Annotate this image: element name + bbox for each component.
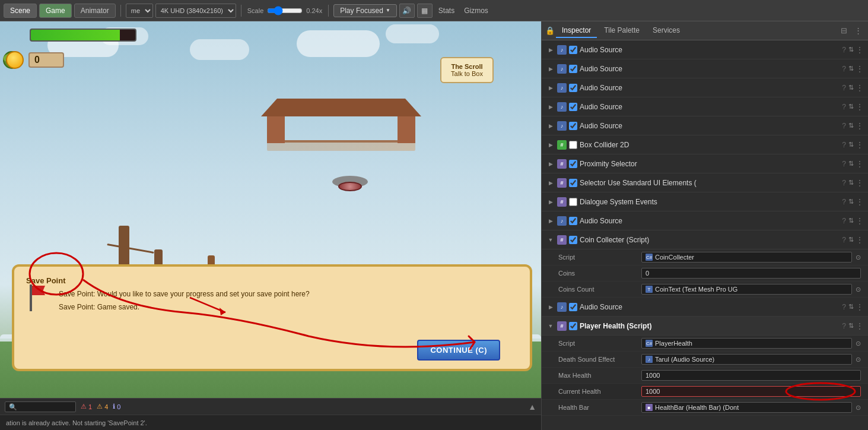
expand-audio2[interactable]: ▶ (546, 65, 555, 73)
ph-script-link[interactable]: C# PlayerHealth (641, 338, 852, 349)
proximity-adjust[interactable]: ⇅ (848, 160, 854, 167)
checkbox-proximity[interactable] (569, 160, 577, 168)
component-coin-collecter[interactable]: ▼ # Coin Collecter (Script) ? ⇅ ⋮ (542, 230, 868, 249)
tab-inspector[interactable]: Inspector (556, 24, 597, 38)
coins-count-link[interactable]: T CoinText (Text Mesh Pro UG (641, 284, 852, 295)
checkbox-audio1[interactable] (569, 46, 577, 54)
dialogue-menu[interactable]: ⋮ (856, 198, 863, 206)
audio5-menu[interactable]: ⋮ (856, 122, 863, 130)
continue-button[interactable]: CONTINUE (C) (417, 340, 500, 361)
audio3-menu[interactable]: ⋮ (856, 84, 863, 92)
selector-adjust[interactable]: ⇅ (848, 179, 854, 186)
selector-help[interactable]: ? (842, 179, 846, 187)
coins-count-goto[interactable]: ⊙ (856, 286, 861, 293)
audio3-help[interactable]: ? (842, 84, 846, 92)
audio7-help[interactable]: ? (842, 303, 846, 311)
audio4-menu[interactable]: ⋮ (856, 103, 863, 111)
tab-animator[interactable]: Animator (74, 4, 116, 18)
audio3-adjust[interactable]: ⇅ (848, 84, 854, 91)
expand-proximity[interactable]: ▶ (546, 160, 555, 168)
coin-collecter-adjust[interactable]: ⇅ (848, 236, 854, 244)
resolution-selector[interactable]: 4K UHD (3840x2160) (155, 4, 236, 18)
player-health-help[interactable]: ? (842, 322, 846, 330)
component-audio7[interactable]: ▶ ♪ Audio Source ? ⇅ ⋮ (542, 298, 868, 317)
death-sound-goto[interactable]: ⊙ (856, 356, 861, 363)
max-health-input[interactable] (641, 370, 861, 381)
proximity-menu[interactable]: ⋮ (856, 160, 863, 168)
tab-services[interactable]: Services (647, 24, 686, 38)
gizmos-button[interactable]: Gizmos (460, 5, 492, 16)
audio2-help[interactable]: ? (842, 65, 846, 73)
script-link[interactable]: C# CoinCollecter (641, 252, 852, 263)
component-audio4[interactable]: ▶ ♪ Audio Source ? ⇅ ⋮ (542, 97, 868, 116)
scale-slider[interactable] (267, 6, 303, 15)
component-audio5[interactable]: ▶ ♪ Audio Source ? ⇅ ⋮ (542, 116, 868, 135)
expand-dialogue[interactable]: ▶ (546, 198, 555, 206)
audio4-help[interactable]: ? (842, 103, 846, 111)
checkbox-audio3[interactable] (569, 84, 577, 92)
dialogue-adjust[interactable]: ⇅ (848, 198, 854, 205)
audio2-adjust[interactable]: ⇅ (848, 65, 854, 72)
audio7-adjust[interactable]: ⇅ (848, 303, 854, 311)
coins-input[interactable] (641, 268, 861, 279)
checkbox-audio2[interactable] (569, 65, 577, 73)
health-bar-goto[interactable]: ⊙ (856, 404, 861, 412)
tab-tile-palette[interactable]: Tile Palette (598, 24, 646, 38)
checkbox-audio7[interactable] (569, 303, 577, 311)
proximity-help[interactable]: ? (842, 160, 846, 168)
coin-collecter-menu[interactable]: ⋮ (856, 236, 863, 244)
player-health-menu[interactable]: ⋮ (856, 322, 863, 330)
game-object-selector[interactable]: me (126, 4, 153, 18)
checkbox-selector[interactable] (569, 179, 577, 187)
audio7-menu[interactable]: ⋮ (856, 303, 863, 311)
checkbox-audio6[interactable] (569, 217, 577, 225)
audio4-adjust[interactable]: ⇅ (848, 103, 854, 110)
player-health-adjust[interactable]: ⇅ (848, 322, 854, 330)
expand-player-health[interactable]: ▼ (546, 322, 555, 330)
checkbox-coin-collecter[interactable] (569, 236, 577, 244)
component-audio2[interactable]: ▶ ♪ Audio Source ? ⇅ ⋮ (542, 59, 868, 78)
inspector-maximize-button[interactable]: ⊟ (838, 25, 850, 36)
coin-collecter-help[interactable]: ? (842, 236, 846, 244)
checkbox-player-health[interactable] (569, 322, 577, 330)
audio-icon-btn[interactable]: 🔊 (399, 4, 415, 18)
audio6-adjust[interactable]: ⇅ (848, 217, 854, 225)
collider-menu[interactable]: ⋮ (856, 141, 863, 149)
audio1-menu[interactable]: ⋮ (856, 46, 863, 54)
expand-audio5[interactable]: ▶ (546, 122, 555, 130)
audio5-adjust[interactable]: ⇅ (848, 122, 854, 129)
collider-help[interactable]: ? (842, 141, 846, 149)
current-health-input[interactable] (641, 386, 861, 397)
collider-adjust[interactable]: ⇅ (848, 141, 854, 148)
checkbox-audio5[interactable] (569, 122, 577, 130)
component-dialogue[interactable]: ▶ # Dialogue System Events ? ⇅ ⋮ (542, 192, 868, 211)
audio6-menu[interactable]: ⋮ (856, 217, 863, 225)
expand-audio4[interactable]: ▶ (546, 103, 555, 111)
audio1-adjust[interactable]: ⇅ (848, 46, 854, 53)
dialogue-help[interactable]: ? (842, 198, 846, 206)
component-audio6[interactable]: ▶ ♪ Audio Source ? ⇅ ⋮ (542, 211, 868, 230)
grid-icon-btn[interactable]: ▦ (417, 4, 433, 18)
health-bar-link[interactable]: ■ HealthBar (Health Bar) (Dont (641, 402, 852, 413)
checkbox-audio4[interactable] (569, 103, 577, 111)
inspector-menu-button[interactable]: ⋮ (852, 25, 864, 36)
expand-collider[interactable]: ▶ (546, 141, 555, 149)
audio6-help[interactable]: ? (842, 217, 846, 225)
script-goto[interactable]: ⊙ (856, 254, 861, 261)
component-proximity[interactable]: ▶ # Proximity Selector ? ⇅ ⋮ (542, 154, 868, 173)
audio2-menu[interactable]: ⋮ (856, 65, 863, 73)
expand-selector[interactable]: ▶ (546, 179, 555, 187)
checkbox-collider[interactable] (569, 141, 577, 149)
component-box-collider[interactable]: ▶ # Box Collider 2D ? ⇅ ⋮ (542, 135, 868, 154)
tab-game[interactable]: Game (39, 4, 72, 18)
play-focused-button[interactable]: Play Focused (333, 4, 397, 17)
expand-audio3[interactable]: ▶ (546, 84, 555, 92)
console-search[interactable] (5, 401, 76, 412)
expand-audio1[interactable]: ▶ (546, 46, 555, 54)
expand-coin-collecter[interactable]: ▼ (546, 236, 555, 244)
component-audio1[interactable]: ▶ ♪ Audio Source ? ⇅ ⋮ (542, 40, 868, 59)
expand-audio7[interactable]: ▶ (546, 303, 555, 311)
component-selector[interactable]: ▶ # Selector Use Standard UI Elements ( … (542, 173, 868, 192)
component-player-health[interactable]: ▼ # Player Health (Script) ? ⇅ ⋮ (542, 317, 868, 336)
expand-audio6[interactable]: ▶ (546, 217, 555, 225)
